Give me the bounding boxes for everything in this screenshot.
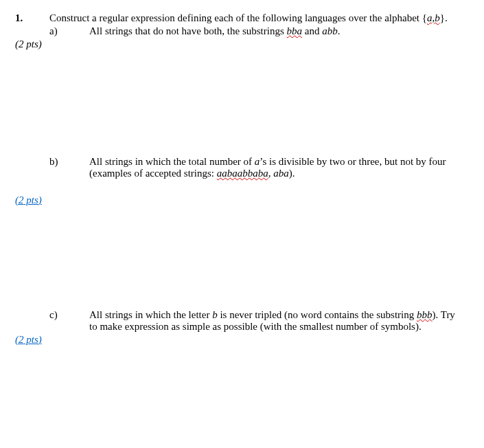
part-c-row: c) All strings in which the letter b is … <box>15 309 469 333</box>
alphabet-ab: a,b <box>427 12 440 23</box>
part-b-points-row: (2 pts) <box>15 194 469 206</box>
question-prompt: Construct a regular expression defining … <box>49 12 469 24</box>
part-a-row: a) All strings that do not have both, th… <box>15 25 469 37</box>
part-b-points: (2 pts) <box>15 194 42 206</box>
part-c-label: c) <box>49 309 89 321</box>
part-c-points-row: (2 pts) <box>15 334 469 346</box>
c-pts-close: ) <box>38 334 42 345</box>
b-pts-link: pts <box>24 194 38 205</box>
part-b-label: b) <box>49 156 89 168</box>
a-text-pre: All strings that do not have both, the s… <box>89 25 286 36</box>
question-1-row: 1. Construct a regular expression defini… <box>15 12 469 24</box>
question-number: 1. <box>15 12 49 24</box>
a-text-mid: and <box>302 25 322 36</box>
prompt-pre: Construct a regular expression defining … <box>49 12 427 23</box>
b-ex2: aba <box>273 168 289 179</box>
b-pts-open: (2 <box>15 194 24 205</box>
c-bbb: bbb <box>417 309 433 320</box>
c-b: b <box>212 309 218 320</box>
a-bba: bba <box>286 25 302 36</box>
b-text-pre: All strings in which the total number of <box>89 156 255 167</box>
b-ex1: aabaabbaba <box>217 168 268 179</box>
document-page: 1. Construct a regular expression defini… <box>0 0 484 346</box>
prompt-post: }. <box>440 12 448 23</box>
part-a-points: (2 pts) <box>15 38 42 50</box>
part-a-label: a) <box>49 25 89 37</box>
gap-a <box>15 52 469 156</box>
a-text-post: . <box>338 25 341 36</box>
part-c-text: All strings in which the letter b is nev… <box>89 309 469 333</box>
part-b-row: b) All strings in which the total number… <box>15 156 469 179</box>
b-pts-close: ) <box>38 194 42 205</box>
c-text-pre: All strings in which the letter <box>89 309 212 320</box>
c-text-mid: is never tripled (no word contains the s… <box>218 309 417 320</box>
part-a-text: All strings that do not have both, the s… <box>89 25 469 37</box>
c-pts-link: pts <box>24 334 38 345</box>
a-abb: abb <box>322 25 338 36</box>
b-text-post: ). <box>289 168 295 179</box>
part-a-points-row: (2 pts) <box>15 38 469 50</box>
part-b-text: All strings in which the total number of… <box>89 156 469 179</box>
part-c-points: (2 pts) <box>15 334 42 346</box>
gap-b <box>15 208 469 309</box>
c-pts-open: (2 <box>15 334 24 345</box>
